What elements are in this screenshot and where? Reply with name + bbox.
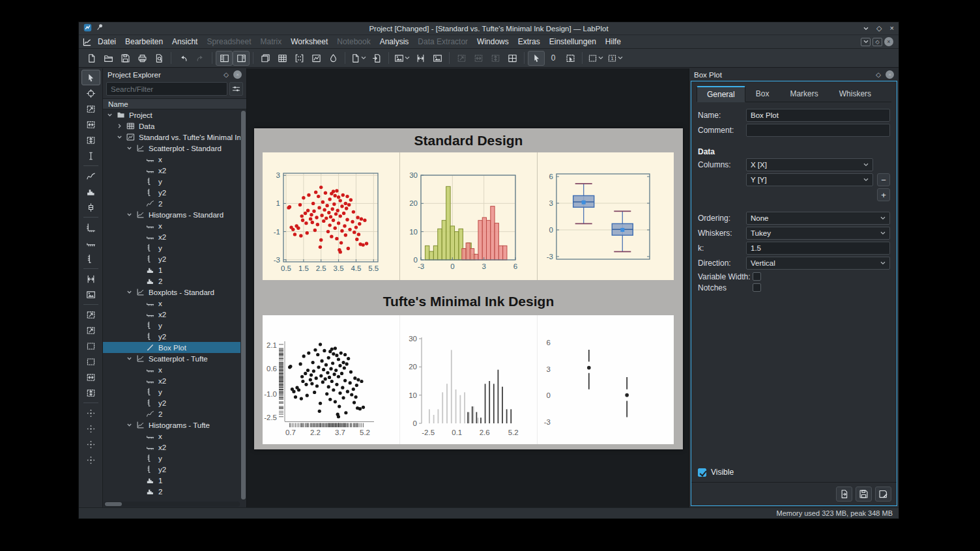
whiskers-type-select[interactable]: Tukey bbox=[746, 227, 890, 240]
toggle-project-explorer-button[interactable] bbox=[216, 51, 233, 66]
auto-scale-y-button[interactable] bbox=[81, 385, 100, 401]
tree-vertical-scrollbar[interactable] bbox=[241, 110, 246, 500]
menu-ansicht[interactable]: Ansicht bbox=[167, 36, 202, 48]
zoom-origin-button[interactable] bbox=[81, 338, 100, 354]
shift-down-y-button[interactable] bbox=[81, 452, 100, 468]
tree-item-y2[interactable]: y2 bbox=[103, 397, 240, 408]
tree-item-x2[interactable]: x2 bbox=[103, 231, 240, 242]
menu-bearbeiten[interactable]: Bearbeiten bbox=[121, 36, 167, 48]
tree-item-data[interactable]: Data bbox=[103, 120, 240, 132]
mdi-close-button[interactable]: × bbox=[884, 37, 893, 46]
zoom-out-button[interactable] bbox=[81, 322, 100, 338]
tab-whiskers[interactable]: Whiskers bbox=[829, 86, 882, 102]
undo-button[interactable] bbox=[175, 51, 192, 66]
shift-up-y-button[interactable] bbox=[81, 436, 100, 452]
tree-item-standard-vs-tufte-s-minimal-ink-design[interactable]: Standard vs. Tufte's Minimal Ink Design bbox=[103, 132, 240, 143]
new-workbook-button[interactable] bbox=[257, 51, 274, 66]
fit-selection-button[interactable] bbox=[412, 51, 429, 66]
window-maximize-button[interactable]: ◇ bbox=[876, 25, 882, 32]
new-worksheet-button[interactable] bbox=[308, 51, 324, 66]
window-close-button[interactable]: × bbox=[890, 25, 894, 32]
new-project-button[interactable] bbox=[83, 51, 100, 66]
tree-item-2[interactable]: 2 bbox=[103, 408, 240, 419]
shift-left-x-button[interactable] bbox=[81, 405, 100, 421]
scrollbar-thumb[interactable] bbox=[105, 502, 122, 506]
dock-float-button[interactable]: ◇ bbox=[876, 72, 881, 78]
tree-item-x2[interactable]: x2 bbox=[103, 309, 240, 320]
tab-box[interactable]: Box bbox=[745, 86, 780, 102]
new-matrix-button[interactable] bbox=[291, 51, 308, 66]
boxplot-tufte-chart[interactable]: 630-3 bbox=[536, 315, 674, 444]
tree-item-scatterplot-tufte[interactable]: Scatterplot - Tufte bbox=[103, 353, 240, 364]
tree-item-2[interactable]: 2 bbox=[103, 198, 240, 209]
crosshair-mode-button[interactable]: 0 bbox=[545, 51, 562, 66]
variable-width-checkbox[interactable] bbox=[753, 272, 761, 281]
menu-worksheet[interactable]: Worksheet bbox=[286, 36, 332, 48]
menu-windows[interactable]: Windows bbox=[472, 36, 513, 48]
zoom-in-button[interactable] bbox=[81, 307, 100, 322]
tree-item-x2[interactable]: x2 bbox=[103, 165, 240, 176]
visible-checkbox[interactable] bbox=[698, 468, 706, 477]
explorer-close-button[interactable]: × bbox=[233, 70, 242, 79]
zoom-y-select-tool-button[interactable] bbox=[81, 132, 100, 148]
tree-item-y2[interactable]: y2 bbox=[103, 331, 240, 342]
tree-item-x[interactable]: x bbox=[103, 431, 240, 442]
scatter-tufte-chart[interactable]: 2.10.6-1.0-2.50.72.23.75.2 bbox=[263, 315, 399, 444]
histogram-standard-chart[interactable]: -30360102030 bbox=[399, 152, 536, 280]
zoom-preset-button[interactable]: 1 bbox=[605, 51, 625, 66]
window-shade-button[interactable] bbox=[863, 25, 869, 32]
tree-item-2[interactable]: 2 bbox=[103, 276, 240, 287]
print-button[interactable] bbox=[134, 51, 151, 66]
toggle-properties-explorer-button[interactable] bbox=[233, 51, 250, 66]
expander-icon[interactable] bbox=[125, 356, 134, 361]
notches-checkbox[interactable] bbox=[753, 283, 761, 292]
tree-item-1[interactable]: 1 bbox=[103, 264, 240, 276]
tree-item-histograms-tufte[interactable]: Histograms - Tufte bbox=[103, 419, 240, 431]
tree-item-x2[interactable]: x2 bbox=[103, 375, 240, 386]
boxplot-standard-chart[interactable]: -3036 bbox=[536, 152, 674, 280]
filter-options-button[interactable] bbox=[229, 82, 243, 96]
menu-einstellungen[interactable]: Einstellungen bbox=[545, 36, 601, 48]
tree-item-x2[interactable]: x2 bbox=[103, 442, 240, 453]
histogram-tufte-chart[interactable]: 0102030-2.50.12.65.2 bbox=[399, 315, 536, 444]
tree-item-y[interactable]: y bbox=[103, 176, 240, 187]
select-mode-button[interactable] bbox=[528, 51, 545, 66]
search-input[interactable] bbox=[106, 82, 227, 96]
cursor-line-tool-button[interactable] bbox=[81, 148, 100, 163]
comment-input[interactable] bbox=[746, 124, 890, 137]
zoom-select-mode-button[interactable] bbox=[562, 51, 579, 66]
tree-horizontal-scrollbar[interactable] bbox=[104, 502, 240, 507]
menu-hilfe[interactable]: Hilfe bbox=[601, 36, 626, 48]
arrange-layout-button[interactable] bbox=[504, 51, 521, 66]
add-boxplot-button[interactable] bbox=[81, 199, 100, 215]
mdi-restore-button[interactable]: ◇ bbox=[872, 38, 882, 46]
tree-item-y2[interactable]: y2 bbox=[103, 253, 240, 264]
save-project-button[interactable] bbox=[117, 51, 134, 66]
menu-datei[interactable]: Datei bbox=[93, 36, 121, 48]
tree-column-header[interactable]: Name bbox=[103, 98, 246, 109]
name-input[interactable] bbox=[746, 109, 890, 122]
load-template-button[interactable] bbox=[836, 487, 852, 502]
add-xy-curve-button[interactable] bbox=[81, 168, 100, 184]
tree-item-y2[interactable]: y2 bbox=[103, 464, 240, 475]
tree-item-x[interactable]: x bbox=[103, 298, 240, 309]
tree-item-1[interactable]: 1 bbox=[103, 475, 240, 486]
tree-item-histograms-standard[interactable]: Histograms - Standard bbox=[103, 209, 240, 220]
tree-item-scatterplot-standard[interactable]: Scatterplot - Standard bbox=[103, 143, 240, 154]
new-notebook-button[interactable] bbox=[324, 51, 341, 66]
remove-column-button[interactable]: − bbox=[877, 173, 890, 186]
menu-analysis[interactable]: Analysis bbox=[375, 36, 414, 48]
open-project-button[interactable] bbox=[100, 51, 117, 66]
save-button[interactable] bbox=[856, 487, 872, 502]
zoom-x-select-tool-button[interactable] bbox=[81, 117, 100, 132]
worksheet-title-standard[interactable]: Standard Design bbox=[254, 133, 683, 148]
export-worksheet-button[interactable] bbox=[429, 51, 446, 66]
worksheet-page[interactable]: Standard Design Tufte's Minimal Ink Desi… bbox=[254, 128, 683, 449]
zoom-select-tool-button[interactable] bbox=[81, 101, 100, 117]
add-image-button[interactable] bbox=[81, 287, 100, 302]
save-as-template-button[interactable] bbox=[875, 487, 891, 502]
crosshair-tool-button[interactable] bbox=[81, 85, 100, 101]
expander-icon[interactable] bbox=[125, 422, 134, 428]
tree-item-box-plot[interactable]: Box Plot bbox=[103, 342, 240, 353]
menu-extras[interactable]: Extras bbox=[513, 36, 545, 48]
